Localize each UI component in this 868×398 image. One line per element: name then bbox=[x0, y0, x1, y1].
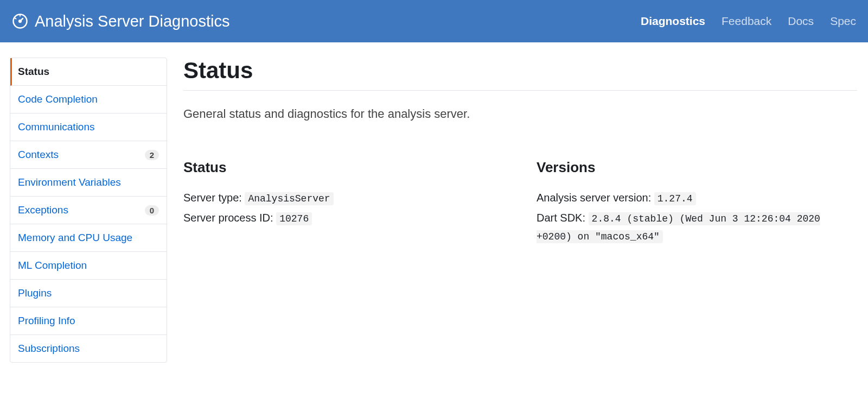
sidebar-item-label: Plugins bbox=[18, 287, 52, 299]
main-content: Status General status and diagnostics fo… bbox=[183, 58, 868, 363]
divider bbox=[183, 90, 857, 91]
sidebar-item-plugins[interactable]: Plugins bbox=[10, 280, 167, 307]
dart-sdk-label: Dart SDK: bbox=[537, 212, 589, 224]
sidebar-item-communications[interactable]: Communications bbox=[10, 113, 167, 141]
server-pid-label: Server process ID: bbox=[183, 212, 276, 224]
analysis-server-version-label: Analysis server version: bbox=[537, 192, 654, 204]
server-type-label: Server type: bbox=[183, 192, 245, 204]
versions-heading: Versions bbox=[537, 159, 857, 176]
sidebar-item-label: Communications bbox=[18, 121, 95, 133]
svg-point-1 bbox=[19, 20, 21, 22]
sidebar-badge: 0 bbox=[145, 205, 159, 216]
sidebar-item-label: Code Completion bbox=[18, 93, 98, 105]
sidebar-item-memory-cpu[interactable]: Memory and CPU Usage bbox=[10, 224, 167, 252]
sidebar-item-exceptions[interactable]: Exceptions 0 bbox=[10, 197, 167, 224]
server-pid-line: Server process ID: 10276 bbox=[183, 209, 504, 227]
sidebar-badge: 2 bbox=[145, 150, 159, 160]
nav-feedback[interactable]: Feedback bbox=[722, 15, 771, 28]
sidebar-item-label: Subscriptions bbox=[18, 343, 80, 355]
server-pid-value: 10276 bbox=[276, 212, 312, 225]
sidebar-item-status[interactable]: Status bbox=[10, 58, 167, 86]
nav-diagnostics[interactable]: Diagnostics bbox=[641, 15, 705, 28]
versions-column: Versions Analysis server version: 1.27.4… bbox=[537, 159, 857, 247]
dashboard-icon bbox=[12, 13, 28, 29]
sidebar-item-ml-completion[interactable]: ML Completion bbox=[10, 252, 167, 280]
sidebar-item-contexts[interactable]: Contexts 2 bbox=[10, 141, 167, 169]
info-columns: Status Server type: AnalysisServer Serve… bbox=[183, 159, 857, 247]
server-type-line: Server type: AnalysisServer bbox=[183, 189, 504, 207]
app-title: Analysis Server Diagnostics bbox=[35, 12, 229, 30]
header-nav: Diagnostics Feedback Docs Spec bbox=[641, 15, 856, 28]
analysis-server-version-line: Analysis server version: 1.27.4 bbox=[537, 189, 857, 207]
page-container: Status Code Completion Communications Co… bbox=[0, 42, 868, 363]
dart-sdk-line: Dart SDK: 2.8.4 (stable) (Wed Jun 3 12:2… bbox=[537, 209, 857, 245]
analysis-server-version-value: 1.27.4 bbox=[654, 192, 696, 205]
sidebar-item-code-completion[interactable]: Code Completion bbox=[10, 86, 167, 113]
status-column: Status Server type: AnalysisServer Serve… bbox=[183, 159, 504, 247]
sidebar-item-environment-variables[interactable]: Environment Variables bbox=[10, 169, 167, 197]
sidebar-item-label: ML Completion bbox=[18, 260, 87, 271]
sidebar-item-label: Environment Variables bbox=[18, 176, 121, 188]
sidebar-item-label: Contexts bbox=[18, 149, 59, 161]
header-brand: Analysis Server Diagnostics bbox=[12, 12, 229, 30]
page-title: Status bbox=[183, 58, 857, 84]
sidebar-item-label: Profiling Info bbox=[18, 315, 75, 327]
status-heading: Status bbox=[183, 159, 504, 176]
nav-docs[interactable]: Docs bbox=[788, 15, 814, 28]
app-header: Analysis Server Diagnostics Diagnostics … bbox=[0, 0, 868, 42]
sidebar-item-subscriptions[interactable]: Subscriptions bbox=[10, 335, 167, 362]
sidebar: Status Code Completion Communications Co… bbox=[10, 58, 167, 363]
sidebar-item-label: Exceptions bbox=[18, 204, 68, 216]
server-type-value: AnalysisServer bbox=[245, 192, 333, 205]
sidebar-item-profiling-info[interactable]: Profiling Info bbox=[10, 307, 167, 335]
page-subtitle: General status and diagnostics for the a… bbox=[183, 107, 857, 121]
sidebar-item-label: Status bbox=[18, 66, 49, 78]
sidebar-item-label: Memory and CPU Usage bbox=[18, 232, 132, 244]
nav-spec[interactable]: Spec bbox=[830, 15, 856, 28]
